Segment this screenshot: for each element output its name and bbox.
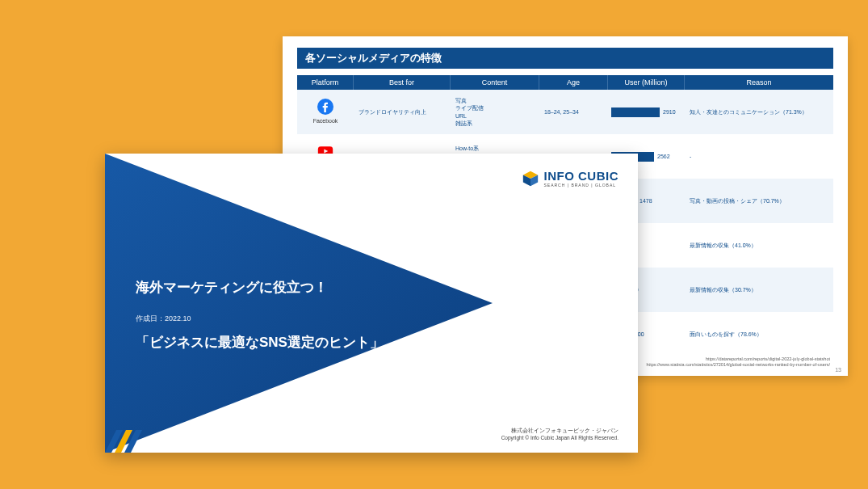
platform-label: Facebook <box>313 117 338 124</box>
cell-reason: 写真・動画の投稿・シェア（70.7%） <box>685 179 833 223</box>
footnote-line: https://datareportal.com/reports/digital… <box>647 356 830 362</box>
cell-age: 18–24, 25–34 <box>539 90 608 134</box>
user-value: 2562 <box>656 153 670 160</box>
facebook-icon <box>317 99 333 115</box>
cell-reason: 知人・友達とのコミュニケーション（71.3%） <box>685 90 833 134</box>
cell-reason: - <box>685 134 833 179</box>
brand-logo: INFO CUBIC SEARCH | BRAND | GLOBAL <box>522 170 619 188</box>
cell-user: 2910 <box>608 90 685 134</box>
cell-reason: 面白いものを探す（78.6%） <box>685 312 833 356</box>
th-user: User (Million) <box>608 75 685 90</box>
back-title: 各ソーシャルメディアの特徴 <box>305 51 442 65</box>
slide-front: 海外マーケティングに役立つ！ 「ビジネスに最適なSNS選定のヒント」 作成日：2… <box>105 154 638 453</box>
back-title-bar: 各ソーシャルメディアの特徴 <box>297 48 833 69</box>
title-line2: 「ビジネスに最適なSNS選定のヒント」 <box>136 329 384 356</box>
corner-stripes-icon <box>105 430 145 453</box>
slide-date: 作成日：2022.10 <box>136 314 191 324</box>
user-value: 1478 <box>638 197 652 204</box>
footnote-line: https://www.statista.com/statistics/2720… <box>647 362 830 368</box>
table-row: Facebook ブランドロイヤリティ向上 写真 ライブ配信 URL 雑誌系 1… <box>297 90 833 134</box>
th-content: Content <box>451 75 539 90</box>
cell-reason: 最新情報の収集（30.7%） <box>685 268 833 312</box>
user-bar <box>611 107 660 117</box>
copyright-line: 株式会社インフォキュービック・ジャパン <box>501 427 619 434</box>
cell-bestfor: ブランドロイヤリティ向上 <box>354 90 451 134</box>
title-line1: 海外マーケティングに役立つ！ <box>136 274 384 301</box>
th-platform: Platform <box>297 75 354 90</box>
cell-content: 写真 ライブ配信 URL 雑誌系 <box>451 90 539 134</box>
cube-icon <box>522 170 539 188</box>
copyright: 株式会社インフォキュービック・ジャパン Copyright © Info Cub… <box>501 427 619 441</box>
th-reason: Reason <box>685 75 833 90</box>
back-footnote: https://datareportal.com/reports/digital… <box>647 356 830 368</box>
th-age: Age <box>539 75 608 90</box>
logo-main-text: INFO CUBIC <box>544 170 619 182</box>
page-number: 13 <box>835 367 841 373</box>
cell-reason: 最新情報の収集（41.0%） <box>685 223 833 268</box>
table-header: Platform Best for Content Age User (Mill… <box>297 75 833 90</box>
user-value: 2910 <box>661 108 676 116</box>
copyright-line: Copyright © Info Cubic Japan All Rights … <box>501 434 619 441</box>
th-bestfor: Best for <box>354 75 451 90</box>
logo-sub-text: SEARCH | BRAND | GLOBAL <box>544 183 619 188</box>
